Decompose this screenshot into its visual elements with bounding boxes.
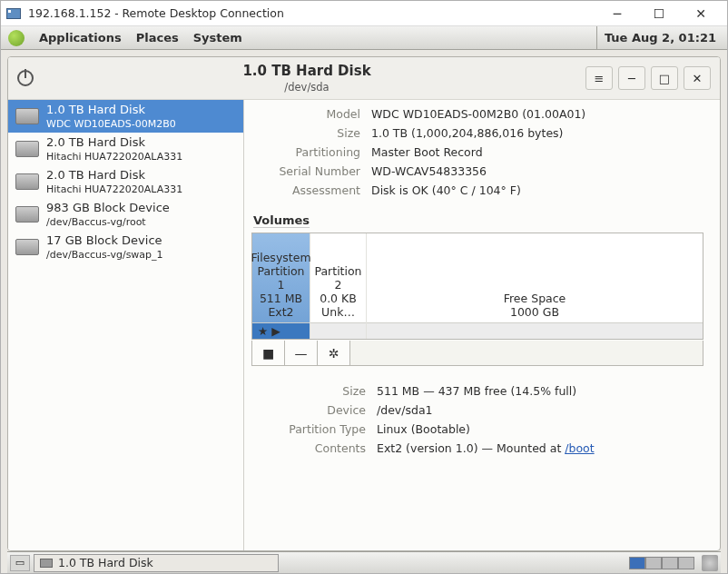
- mate-logo-icon[interactable]: [8, 30, 25, 46]
- unmount-button[interactable]: ■: [252, 341, 285, 365]
- app-title: 1.0 TB Hard Disk: [34, 63, 580, 81]
- partition-device-value: /dev/sda1: [377, 403, 703, 417]
- drive-icon: [40, 559, 53, 568]
- panel-clock[interactable]: Tue Aug 2, 01:21: [596, 26, 723, 50]
- menu-applications[interactable]: Applications: [32, 26, 129, 50]
- partition-type-label: Partition Type: [251, 422, 366, 436]
- drive-icon: [15, 206, 39, 223]
- rdp-title: 192.168.1.152 - Remote Desktop Connectio…: [28, 6, 596, 20]
- workspace-2[interactable]: [645, 557, 662, 569]
- serial-label: Serial Number: [251, 164, 360, 178]
- drive-icon: [15, 173, 39, 190]
- window-maximize-button[interactable]: □: [651, 66, 678, 90]
- rdp-minimize-button[interactable]: ─: [596, 1, 638, 25]
- rdp-close-button[interactable]: ✕: [680, 1, 722, 25]
- workspace-4[interactable]: [678, 557, 694, 569]
- volume-segment-partition2[interactable]: Partition 20.0 KB Unk…: [310, 233, 367, 339]
- partition-contents-value: Ext2 (version 1.0) — Mounted at /boot: [377, 441, 703, 455]
- disk-list-item[interactable]: 983 GB Block Device/dev/Baccus-vg/root: [8, 198, 243, 231]
- trash-icon[interactable]: [702, 555, 718, 571]
- partition-size-value: 511 MB — 437 MB free (14.5% full): [377, 384, 703, 398]
- mount-link[interactable]: /boot: [565, 441, 594, 455]
- drive-icon: [15, 239, 39, 255]
- play-icon: ▶: [271, 324, 280, 338]
- volume-map: FilesystemPartition 1511 MB Ext2 ★▶ Part…: [251, 233, 703, 340]
- star-icon: ★: [258, 324, 268, 338]
- size-value: 1.0 TB (1,000,204,886,016 bytes): [371, 126, 703, 140]
- disk-list-item[interactable]: 2.0 TB Hard DiskHitachi HUA722020ALA331: [8, 165, 243, 198]
- menu-system[interactable]: System: [186, 26, 250, 50]
- app-subtitle: /dev/sda: [34, 81, 580, 94]
- window-close-button[interactable]: ✕: [684, 66, 711, 90]
- partition-type-value: Linux (Bootable): [377, 422, 703, 436]
- power-icon[interactable]: [17, 70, 34, 86]
- volume-segment-freespace[interactable]: Free Space1000 GB: [367, 233, 703, 339]
- disk-list-item[interactable]: 17 GB Block Device/dev/Baccus-vg/swap_1: [8, 231, 243, 263]
- serial-value: WD-WCAV54833356: [371, 164, 703, 178]
- menu-button[interactable]: ≡: [585, 66, 613, 90]
- assessment-value: Disk is OK (40° C / 104° F): [371, 183, 703, 197]
- delete-partition-button[interactable]: —: [285, 341, 318, 365]
- size-label: Size: [251, 126, 360, 140]
- disk-list-item[interactable]: 1.0 TB Hard DiskWDC WD10EADS-00M2B0: [8, 100, 243, 133]
- disk-list-item[interactable]: 2.0 TB Hard DiskHitachi HUA722020ALA331: [8, 133, 243, 165]
- disks-window: 1.0 TB Hard Disk /dev/sda ≡ ─ □ ✕ 1.0 TB…: [7, 56, 721, 551]
- partitioning-value: Master Boot Record: [371, 145, 703, 159]
- workspace-switcher[interactable]: [629, 557, 694, 569]
- more-actions-button[interactable]: ✲: [318, 341, 350, 365]
- volume-segment-partition1[interactable]: FilesystemPartition 1511 MB Ext2 ★▶: [252, 233, 310, 339]
- window-minimize-button[interactable]: ─: [618, 66, 645, 90]
- model-label: Model: [251, 107, 360, 121]
- partition-contents-label: Contents: [251, 441, 366, 455]
- taskbar-item-disks[interactable]: 1.0 TB Hard Disk: [34, 554, 279, 572]
- partition-size-label: Size: [251, 384, 366, 398]
- workspace-3[interactable]: [662, 557, 678, 569]
- partition-device-label: Device: [251, 403, 366, 417]
- partitioning-label: Partitioning: [251, 145, 360, 159]
- rdp-maximize-button[interactable]: ☐: [638, 1, 680, 25]
- drive-icon: [15, 141, 39, 157]
- disk-list: 1.0 TB Hard DiskWDC WD10EADS-00M2B0 2.0 …: [8, 100, 244, 550]
- rdp-icon: [6, 8, 21, 19]
- assessment-label: Assessment: [251, 183, 360, 197]
- rdp-titlebar: 192.168.1.152 - Remote Desktop Connectio…: [1, 1, 727, 26]
- drive-icon: [15, 108, 39, 124]
- volumes-heading: Volumes: [253, 213, 703, 227]
- model-value: WDC WD10EADS-00M2B0 (01.00A01): [371, 107, 703, 121]
- show-desktop-button[interactable]: ▭: [10, 555, 30, 571]
- menu-places[interactable]: Places: [129, 26, 186, 50]
- workspace-1[interactable]: [629, 557, 645, 569]
